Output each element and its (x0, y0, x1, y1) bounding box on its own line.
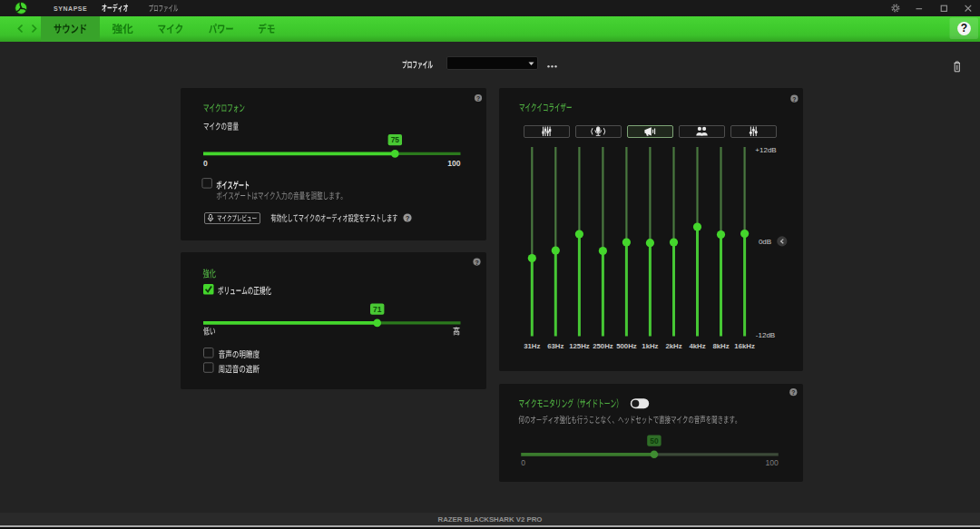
svg-text:4kHz: 4kHz (689, 342, 705, 350)
svg-text:50: 50 (650, 436, 659, 446)
svg-text:?: ? (792, 96, 796, 103)
svg-text:100: 100 (447, 159, 461, 168)
svg-text:?: ? (406, 214, 410, 222)
svg-text:31Hz: 31Hz (524, 342, 540, 350)
svg-text:+12dB: +12dB (755, 146, 776, 154)
svg-text:1kHz: 1kHz (642, 342, 658, 350)
svg-text:0: 0 (203, 159, 208, 168)
svg-text:71: 71 (373, 305, 382, 314)
svg-text:250Hz: 250Hz (593, 342, 613, 350)
svg-text:8kHz: 8kHz (712, 342, 729, 350)
svg-text:0dB: 0dB (759, 238, 771, 246)
svg-text:2kHz: 2kHz (665, 342, 681, 350)
svg-text:125Hz: 125Hz (569, 342, 590, 350)
svg-text:16kHz: 16kHz (734, 342, 755, 350)
svg-text:?: ? (961, 22, 967, 34)
svg-text:100: 100 (765, 458, 779, 467)
svg-text:0: 0 (521, 458, 525, 467)
svg-text:?: ? (476, 95, 480, 102)
svg-text:?: ? (475, 260, 478, 266)
svg-text:?: ? (791, 389, 795, 396)
svg-text:63Hz: 63Hz (547, 342, 564, 350)
svg-text:-12dB: -12dB (756, 331, 775, 339)
svg-text:500Hz: 500Hz (616, 342, 637, 350)
svg-text:75: 75 (391, 135, 400, 144)
